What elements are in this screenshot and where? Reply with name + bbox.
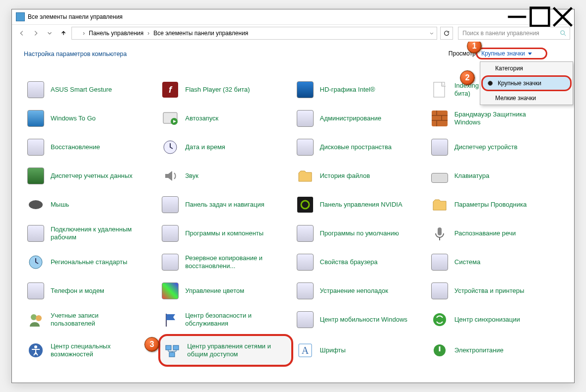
- remote-icon: [27, 225, 44, 242]
- item-flash-player[interactable]: fFlash Player (32 бита): [158, 75, 293, 104]
- item-asus-smart-gesture[interactable]: ASUS Smart Gesture: [24, 75, 158, 104]
- refresh-button[interactable]: [440, 27, 453, 40]
- taskbar-icon: [162, 196, 179, 213]
- item-remote-desktop[interactable]: Подключения к удаленным рабочим: [24, 219, 158, 248]
- item-speech-recognition[interactable]: Распознавание речи: [428, 219, 562, 248]
- item-mouse[interactable]: Мышь: [24, 190, 158, 219]
- breadcrumb-sep-icon: ›: [147, 30, 149, 37]
- up-button[interactable]: [58, 27, 69, 39]
- item-firewall[interactable]: Брандмауэр Защитника Windows: [428, 104, 562, 133]
- svg-rect-7: [432, 111, 448, 126]
- item-troubleshooting[interactable]: Устранение неполадок: [293, 277, 428, 305]
- globe-clock-icon: [28, 254, 44, 270]
- item-programs-features[interactable]: Программы и компоненты: [158, 219, 293, 248]
- devices-icon: [431, 139, 448, 156]
- item-date-time[interactable]: Дата и время: [158, 133, 293, 162]
- control-panel-window: Все элементы панели управления › Панель …: [11, 9, 575, 383]
- item-devices-printers[interactable]: Устройства и принтеры: [428, 277, 562, 305]
- item-user-accounts[interactable]: Учетные записи пользователей: [24, 305, 158, 334]
- app-icon: [16, 12, 25, 21]
- item-security-maintenance[interactable]: Центр безопасности и обслуживания: [158, 305, 293, 334]
- back-button[interactable]: [16, 27, 28, 39]
- svg-point-1: [561, 31, 565, 35]
- clock-icon: [162, 139, 178, 155]
- navigation-bar: › Панель управления › Все элементы панел…: [12, 25, 574, 42]
- address-bar[interactable]: › Панель управления › Все элементы панел…: [71, 27, 437, 40]
- breadcrumb-root[interactable]: Панель управления: [87, 30, 145, 37]
- window-title: Все элементы панели управления: [28, 13, 123, 20]
- item-storage-spaces[interactable]: Дисковые пространства: [293, 133, 428, 162]
- item-credential-manager[interactable]: Диспетчер учетных данных: [24, 162, 158, 190]
- item-color-management[interactable]: Управление цветом: [158, 277, 293, 305]
- search-input[interactable]: [461, 29, 548, 37]
- svg-rect-21: [169, 352, 175, 357]
- autoplay-icon: [162, 111, 178, 126]
- search-icon: [560, 30, 567, 37]
- view-mode-dropdown[interactable]: Крупные значки: [476, 48, 547, 59]
- item-recovery[interactable]: Восстановление: [24, 133, 158, 162]
- item-sound[interactable]: Звук: [158, 162, 293, 190]
- svg-rect-0: [531, 8, 549, 26]
- svg-point-14: [31, 314, 37, 320]
- item-fonts[interactable]: AШрифты: [293, 334, 428, 367]
- item-system[interactable]: Система: [428, 248, 562, 277]
- item-administration[interactable]: Администрирование: [293, 104, 428, 133]
- recent-locations-button[interactable]: [44, 27, 56, 39]
- forward-button[interactable]: [30, 27, 42, 39]
- close-button[interactable]: [551, 9, 574, 24]
- step-badge-2: 2: [460, 70, 475, 85]
- firewall-icon: [432, 111, 448, 126]
- item-regional[interactable]: Региональные стандарты: [24, 248, 158, 277]
- fonts-icon: A: [297, 342, 313, 358]
- item-device-manager[interactable]: Диспетчер устройств: [428, 133, 562, 162]
- view-option-small-icons[interactable]: Мелкие значки: [480, 92, 573, 105]
- defaults-icon: [297, 225, 314, 242]
- item-sync-center[interactable]: Центр синхронизации: [428, 305, 562, 334]
- internet-icon: [297, 254, 314, 271]
- step-badge-3: 3: [144, 337, 159, 352]
- svg-rect-10: [297, 197, 313, 213]
- item-windows-to-go[interactable]: Windows To Go: [24, 104, 158, 133]
- drives-icon: [297, 139, 314, 156]
- mobility-icon: [297, 311, 314, 328]
- item-file-history[interactable]: История файлов: [293, 162, 428, 190]
- item-autoplay[interactable]: Автозапуск: [158, 104, 293, 133]
- troubleshoot-icon: [297, 282, 314, 299]
- item-backup-restore[interactable]: Резервное копирование и восстановлени...: [158, 248, 293, 277]
- location-icon: [74, 30, 81, 37]
- system-icon: [431, 254, 448, 271]
- network-icon: [164, 342, 180, 358]
- phone-icon: [27, 282, 44, 299]
- backup-icon: [162, 254, 179, 271]
- chevron-down-icon[interactable]: [429, 30, 435, 36]
- accessibility-icon: [28, 342, 44, 358]
- minimize-button[interactable]: [506, 9, 528, 24]
- item-power-options[interactable]: Электропитание: [428, 334, 562, 367]
- svg-point-15: [36, 315, 42, 321]
- item-internet-options[interactable]: Свойства браузера: [293, 248, 428, 277]
- usb-icon: [27, 110, 44, 127]
- item-ease-of-access[interactable]: Центр специальных возможностей 3: [24, 334, 158, 367]
- item-intel-graphics[interactable]: HD-графика Intel®: [293, 75, 428, 104]
- item-explorer-options[interactable]: Параметры Проводника: [428, 190, 562, 219]
- sync-icon: [432, 312, 448, 328]
- folder-clock-icon: [297, 168, 313, 184]
- item-mobility-center[interactable]: Центр мобильности Windows: [293, 305, 428, 334]
- flash-icon: f: [162, 82, 178, 98]
- recovery-icon: [27, 139, 44, 156]
- view-option-large-icons[interactable]: Крупные значки: [481, 75, 572, 91]
- breadcrumb-leaf[interactable]: Все элементы панели управления: [151, 30, 250, 37]
- document-icon: [433, 81, 447, 98]
- item-taskbar[interactable]: Панель задач и навигация: [158, 190, 293, 219]
- maximize-button[interactable]: [528, 9, 551, 24]
- printer-icon: [431, 282, 448, 299]
- view-option-category[interactable]: Категория: [480, 62, 573, 75]
- microphone-icon: [432, 225, 448, 241]
- item-keyboard[interactable]: Клавиатура: [428, 162, 562, 190]
- item-default-programs[interactable]: Программы по умолчанию: [293, 219, 428, 248]
- item-network-sharing-center[interactable]: Центр управления сетями и общим доступом: [158, 334, 293, 367]
- search-box[interactable]: [458, 27, 570, 40]
- power-icon: [432, 342, 448, 358]
- item-phone-modem[interactable]: Телефон и модем: [24, 277, 158, 305]
- item-nvidia[interactable]: Панель управления NVIDIA: [293, 190, 428, 219]
